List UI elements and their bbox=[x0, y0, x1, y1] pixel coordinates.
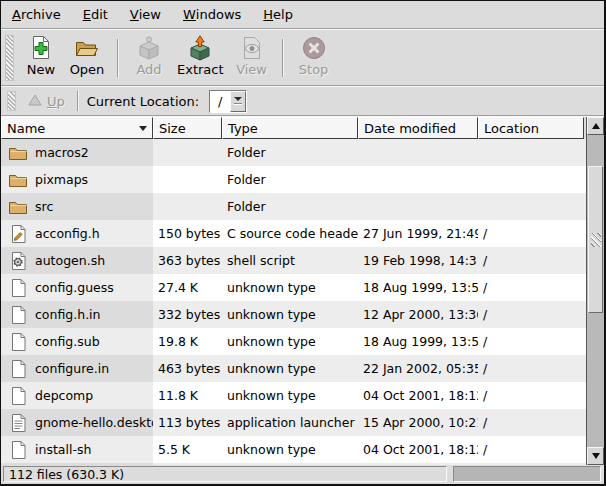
new-button-label: New bbox=[27, 62, 55, 77]
stop-button[interactable]: Stop bbox=[291, 33, 337, 83]
add-button-label: Add bbox=[136, 62, 161, 77]
table-rows: macros2FolderpixmapsFoldersrcFolderaccon… bbox=[1, 139, 586, 465]
cell-loc bbox=[478, 193, 586, 220]
toolbar: NewOpenAddExtractViewStop bbox=[1, 30, 604, 85]
menu-label-rest: elp bbox=[273, 7, 293, 22]
scroll-down-button[interactable] bbox=[587, 447, 604, 465]
location-combo[interactable]: / bbox=[209, 90, 247, 113]
sort-descending-icon bbox=[139, 126, 147, 131]
column-header-size[interactable]: Size bbox=[153, 117, 222, 139]
column-header-label: Name bbox=[7, 121, 45, 136]
view-button-label: View bbox=[236, 62, 267, 77]
table-row[interactable]: depcomp11.8 Kunknown type04 Oct 2001, 18… bbox=[1, 382, 586, 409]
cell-date: 18 Aug 1999, 13:53 bbox=[358, 274, 478, 301]
table-row[interactable]: config.sub19.8 Kunknown type18 Aug 1999,… bbox=[1, 328, 586, 355]
new-button[interactable]: New bbox=[18, 33, 64, 83]
table-row[interactable]: acconfig.h150 bytesC source code header2… bbox=[1, 220, 586, 247]
menu-label-accel: H bbox=[263, 7, 273, 22]
table-row[interactable]: configure.in463 bytesunknown type22 Jan … bbox=[1, 355, 586, 382]
extract-button[interactable]: Extract bbox=[172, 33, 229, 83]
cell-name: gnome-hello.desktop bbox=[1, 409, 153, 436]
cell-name: config.h.in bbox=[1, 301, 153, 328]
archive-manager-window: ArchiveEditViewWindowsHelp NewOpenAddExt… bbox=[0, 0, 606, 486]
cell-name: src bbox=[1, 193, 153, 220]
menu-label-accel: V bbox=[130, 7, 139, 22]
cell-type: C source code header bbox=[222, 220, 358, 247]
table-row[interactable]: srcFolder bbox=[1, 193, 586, 220]
cell-name: depcomp bbox=[1, 382, 153, 409]
plain-file-icon bbox=[8, 386, 28, 405]
column-header-label: Type bbox=[228, 121, 258, 136]
menu-label-accel: W bbox=[183, 7, 196, 22]
locationbar-drag-handle[interactable] bbox=[7, 91, 16, 111]
cell-size bbox=[153, 193, 222, 220]
menu-label-rest: iew bbox=[139, 7, 161, 22]
cell-name: config.sub bbox=[1, 328, 153, 355]
column-header-label: Date modified bbox=[364, 121, 456, 136]
up-button[interactable]: Up bbox=[24, 92, 69, 111]
table-row[interactable]: config.guess27.4 Kunknown type18 Aug 199… bbox=[1, 274, 586, 301]
menu-label-rest: indows bbox=[196, 7, 241, 22]
cell-type: Folder bbox=[222, 139, 358, 166]
extract-button-label: Extract bbox=[177, 62, 224, 77]
table-row[interactable]: macros2Folder bbox=[1, 139, 586, 166]
scroll-up-button[interactable] bbox=[587, 117, 604, 135]
view-file-icon bbox=[239, 35, 265, 61]
locationbar-divider bbox=[77, 91, 79, 111]
view-button[interactable]: View bbox=[229, 33, 275, 83]
cell-loc: / bbox=[478, 328, 586, 355]
menu-help[interactable]: Help bbox=[252, 1, 304, 28]
table-row[interactable]: pixmapsFolder bbox=[1, 166, 586, 193]
column-header-location[interactable]: Location bbox=[478, 117, 584, 139]
cell-loc bbox=[478, 166, 586, 193]
cell-loc: / bbox=[478, 436, 586, 463]
cell-type: unknown type bbox=[222, 301, 358, 328]
cell-type: unknown type bbox=[222, 328, 358, 355]
menu-label-accel: E bbox=[83, 7, 91, 22]
folder-icon bbox=[8, 197, 28, 216]
menu-edit[interactable]: Edit bbox=[72, 1, 119, 28]
toolbar-drag-handle[interactable] bbox=[5, 35, 14, 81]
file-name: config.sub bbox=[35, 334, 100, 349]
cell-size bbox=[153, 139, 222, 166]
open-button[interactable]: Open bbox=[64, 33, 110, 83]
cell-type: Folder bbox=[222, 166, 358, 193]
cell-date: 12 Apr 2000, 13:36 bbox=[358, 301, 478, 328]
chevron-down-icon bbox=[234, 97, 242, 101]
add-button[interactable]: Add bbox=[126, 33, 172, 83]
cell-loc: / bbox=[478, 247, 586, 274]
column-header-name[interactable]: Name bbox=[1, 117, 153, 139]
file-name: autogen.sh bbox=[35, 253, 105, 268]
open-folder-icon bbox=[74, 35, 100, 61]
cell-name: acconfig.h bbox=[1, 220, 153, 247]
cell-type: unknown type bbox=[222, 382, 358, 409]
scrollbar-thumb[interactable] bbox=[588, 166, 603, 313]
scrollbar-grip bbox=[591, 233, 601, 247]
column-header-date[interactable]: Date modified bbox=[358, 117, 478, 139]
table-row[interactable]: gnome-hello.desktop113 bytesapplication … bbox=[1, 409, 586, 436]
folder-icon bbox=[8, 170, 28, 189]
location-combo-value[interactable]: / bbox=[210, 91, 230, 112]
file-name: macros2 bbox=[35, 145, 89, 160]
desktop-file-icon bbox=[8, 413, 28, 432]
table-header: NameSizeTypeDate modifiedLocation bbox=[1, 117, 586, 139]
cell-loc: / bbox=[478, 274, 586, 301]
column-header-type[interactable]: Type bbox=[222, 117, 358, 139]
table-row[interactable]: install-sh5.5 Kunknown type04 Oct 2001, … bbox=[1, 436, 586, 463]
menu-windows[interactable]: Windows bbox=[172, 1, 252, 28]
menu-archive[interactable]: Archive bbox=[1, 1, 72, 28]
vertical-scrollbar[interactable] bbox=[586, 117, 604, 465]
file-name: config.h.in bbox=[35, 307, 101, 322]
table-row[interactable]: autogen.sh363 bytesshell script19 Feb 19… bbox=[1, 247, 586, 274]
plain-file-icon bbox=[8, 359, 28, 378]
menu-view[interactable]: View bbox=[119, 1, 172, 28]
cell-type: application launcher bbox=[222, 409, 358, 436]
column-header-label: Location bbox=[484, 121, 539, 136]
column-header-label: Size bbox=[159, 121, 186, 136]
file-name: install-sh bbox=[35, 442, 91, 457]
cell-date bbox=[358, 139, 478, 166]
location-combo-dropdown-button[interactable] bbox=[230, 91, 246, 112]
cell-loc: / bbox=[478, 220, 586, 247]
table-row[interactable]: config.h.in332 bytesunknown type12 Apr 2… bbox=[1, 301, 586, 328]
cell-date: 22 Jan 2002, 05:35 bbox=[358, 355, 478, 382]
